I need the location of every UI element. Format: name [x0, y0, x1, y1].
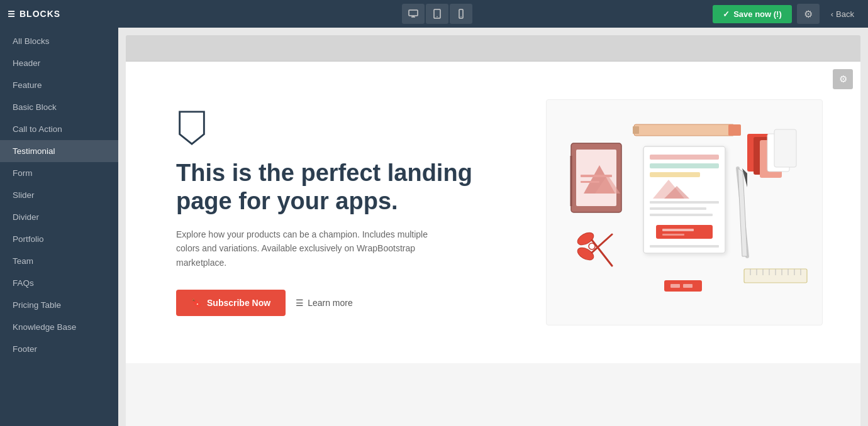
list-icon: ☰	[296, 298, 304, 308]
sidebar-item-testimonial[interactable]: Testimonial	[0, 140, 118, 162]
svg-rect-27	[650, 245, 719, 248]
sidebar-item-knowledge-base[interactable]: Knowledge Base	[0, 316, 118, 338]
svg-rect-32	[774, 129, 796, 167]
checkmark-icon: ✓	[723, 9, 730, 19]
svg-rect-21	[650, 201, 719, 204]
main-layout: All Blocks Header Feature Basic Block Ca…	[0, 28, 868, 426]
svg-rect-17	[650, 163, 719, 168]
learn-more-button[interactable]: ☰ Learn more	[296, 298, 353, 308]
desktop-view-button[interactable]	[402, 4, 425, 24]
content-area: ⚙ This is the perfect landing page for y…	[118, 28, 868, 426]
svg-rect-16	[650, 155, 719, 160]
svg-rect-11	[581, 181, 599, 183]
hero-subtitle: Explore how your products can be a champ…	[176, 227, 453, 270]
svg-rect-52	[670, 284, 680, 288]
topbar-view-controls	[402, 4, 472, 24]
svg-rect-24	[656, 225, 713, 239]
svg-rect-18	[650, 172, 700, 177]
preview-topbar	[126, 35, 860, 62]
sidebar-item-footer[interactable]: Footer	[0, 338, 118, 360]
sidebar-item-feature[interactable]: Feature	[0, 74, 118, 96]
svg-rect-10	[581, 175, 612, 177]
svg-point-4	[460, 16, 461, 17]
sidebar-item-divider[interactable]: Divider	[0, 206, 118, 228]
topbar-left: ☰ BLOCKS	[8, 9, 60, 19]
bottom-section	[126, 363, 860, 426]
sidebar-item-header[interactable]: Header	[0, 52, 118, 74]
svg-rect-13	[728, 124, 741, 136]
sidebar-item-basic-block[interactable]: Basic Block	[0, 96, 118, 118]
hero-section: This is the perfect landing page for you…	[126, 62, 860, 363]
hamburger-icon: ☰	[8, 9, 16, 19]
svg-rect-25	[662, 229, 694, 231]
svg-rect-53	[683, 284, 693, 288]
sidebar-item-faqs[interactable]: FAQs	[0, 272, 118, 294]
illustration-svg	[552, 106, 816, 319]
sidebar-item-slider[interactable]: Slider	[0, 184, 118, 206]
sidebar-item-all-blocks[interactable]: All Blocks	[0, 30, 118, 52]
settings-button[interactable]: ⚙	[797, 4, 820, 24]
sidebar-item-form[interactable]: Form	[0, 162, 118, 184]
hero-left: This is the perfect landing page for you…	[176, 109, 546, 316]
svg-point-37	[589, 243, 595, 249]
save-button[interactable]: ✓ Save now (!)	[713, 5, 792, 23]
svg-rect-23	[650, 214, 713, 216]
bookmark-icon: 🔖	[191, 298, 202, 308]
svg-rect-14	[633, 126, 639, 134]
sidebar: All Blocks Header Feature Basic Block Ca…	[0, 28, 118, 426]
svg-rect-12	[634, 124, 735, 136]
hero-title: This is the perfect landing page for you…	[176, 159, 521, 216]
hero-logo-shape	[176, 109, 208, 146]
topbar-right: ✓ Save now (!) ⚙ ‹ Back	[713, 4, 860, 24]
sidebar-item-portfolio[interactable]: Portfolio	[0, 228, 118, 250]
topbar-title: ☰ BLOCKS	[8, 9, 60, 19]
preview-settings-icon[interactable]: ⚙	[833, 69, 853, 89]
svg-rect-26	[662, 234, 684, 236]
sidebar-item-team[interactable]: Team	[0, 250, 118, 272]
subscribe-button[interactable]: 🔖 Subscribe Now	[176, 290, 286, 316]
sidebar-item-call-to-action[interactable]: Call to Action	[0, 118, 118, 140]
svg-point-2	[437, 16, 438, 18]
mobile-view-button[interactable]	[450, 4, 472, 24]
hero-illustration	[546, 99, 823, 325]
sidebar-item-pricing-table[interactable]: Pricing Table	[0, 294, 118, 316]
svg-rect-22	[650, 207, 706, 210]
tablet-view-button[interactable]	[426, 4, 448, 24]
back-button[interactable]: ‹ Back	[825, 6, 860, 22]
hero-buttons: 🔖 Subscribe Now ☰ Learn more	[176, 290, 521, 316]
chevron-left-icon: ‹	[831, 9, 833, 19]
preview-block: ⚙ This is the perfect landing page for y…	[126, 35, 860, 426]
svg-rect-0	[409, 10, 418, 16]
topbar: ☰ BLOCKS ✓ Save now (!) ⚙ ‹ Back	[0, 0, 868, 28]
